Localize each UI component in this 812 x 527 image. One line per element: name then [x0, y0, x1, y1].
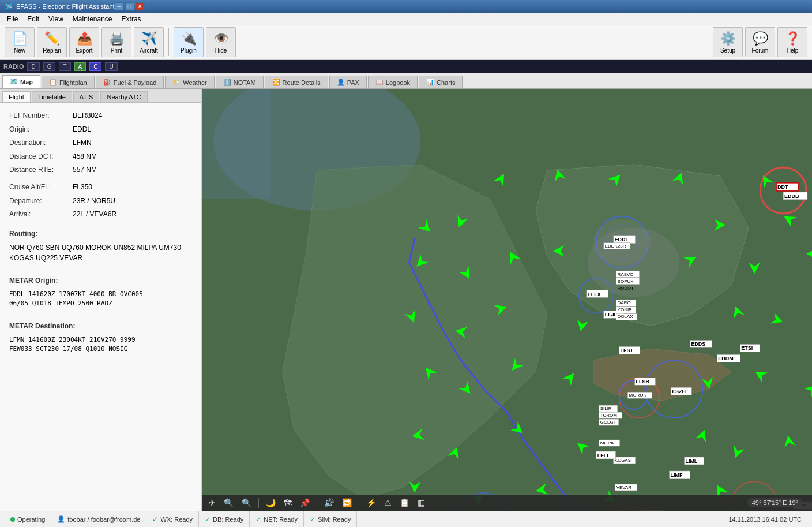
route-tab-label: Route Details	[283, 79, 321, 86]
map-tool-list[interactable]: 📋	[397, 497, 412, 509]
setup-button[interactable]: ⚙️ Setup	[713, 27, 743, 57]
replan-button[interactable]: ✏️ Replan	[37, 27, 67, 57]
radio-btn-u[interactable]: U	[105, 62, 117, 71]
tab-pax[interactable]: 👤 PAX	[329, 76, 367, 88]
map-tool-alert[interactable]: ⚠	[382, 497, 394, 509]
svg-text:DDT: DDT	[777, 184, 788, 190]
sim-label: SIM: Ready	[318, 516, 351, 523]
radio-btn-t[interactable]: T	[59, 62, 70, 71]
forum-button[interactable]: 💬 Forum	[745, 27, 775, 57]
svg-text:LFJL: LFJL	[605, 312, 618, 317]
setup-label: Setup	[720, 47, 735, 54]
arrival-label: Arrival:	[9, 208, 73, 221]
map-tool-night[interactable]: 🌙	[264, 497, 278, 509]
radio-btn-g[interactable]: G	[43, 62, 56, 71]
svg-text:LIMF: LIMF	[670, 472, 682, 478]
map-tool-zoom-in[interactable]: 🔍	[221, 497, 236, 509]
help-button[interactable]: ❓ Help	[777, 27, 807, 57]
maximize-button[interactable]: □	[125, 2, 134, 10]
origin-value: EDDL	[73, 124, 91, 136]
svg-text:LIML: LIML	[685, 458, 697, 464]
menu-maintenance[interactable]: Maintenance	[68, 14, 117, 24]
sub-tab-flight[interactable]: Flight	[2, 91, 31, 102]
menu-extras[interactable]: Extras	[117, 14, 146, 24]
weather-tab-label: Weather	[183, 79, 206, 86]
map-tool-sep-1	[258, 498, 259, 508]
svg-text:VEVAR: VEVAR	[616, 485, 632, 490]
menu-edit[interactable]: Edit	[22, 14, 44, 24]
radio-btn-c[interactable]: C	[89, 62, 102, 71]
new-label: New	[14, 47, 25, 54]
route-tab-icon: 🔀	[272, 79, 280, 86]
svg-text:LSZH: LSZH	[672, 388, 685, 394]
svg-text:EDDL: EDDL	[615, 237, 629, 242]
logbook-tab-label: Logbook	[386, 79, 410, 86]
svg-text:GOLGI: GOLGI	[600, 420, 615, 425]
origin-row: Origin: EDDL	[9, 124, 191, 136]
sub-tab-atis[interactable]: ATIS	[73, 91, 100, 102]
map-tool-refresh1[interactable]: 🔊	[322, 497, 336, 509]
hide-button[interactable]: 👁️ Hide	[206, 27, 236, 57]
svg-text:EDDK23R: EDDK23R	[605, 244, 626, 249]
tab-route[interactable]: 🔀 Route Details	[265, 76, 328, 88]
tab-fuel[interactable]: ⛽ Fuel & Payload	[96, 76, 164, 88]
user-icon: 👤	[57, 515, 65, 523]
plugin-button[interactable]: 🔌 Plugin	[174, 27, 204, 57]
print-button[interactable]: 🖨️ Print	[102, 27, 131, 57]
flightplan-tab-icon: 📋	[49, 79, 57, 86]
departure-value: 23R / NOR5U	[73, 195, 115, 208]
svg-text:TUROM: TUROM	[600, 413, 617, 418]
destination-label: Destination:	[9, 137, 73, 149]
tab-weather[interactable]: 🌤️ Weather	[165, 76, 214, 88]
tab-notam[interactable]: ℹ️ NOTAM	[216, 76, 264, 88]
sub-tab-nearby-atc[interactable]: Nearby ATC	[100, 91, 147, 102]
status-sim: ✓ SIM: Ready	[304, 511, 357, 527]
map-tool-aircraft[interactable]: ✈	[206, 497, 218, 509]
aircraft-button[interactable]: ✈️ Aircraft	[134, 27, 164, 57]
radio-btn-a[interactable]: A	[74, 62, 87, 71]
map-tool-grid[interactable]: ▦	[415, 497, 427, 509]
radio-btn-d[interactable]: D	[27, 62, 39, 71]
minimize-button[interactable]: ─	[115, 2, 124, 10]
tab-logbook[interactable]: 📖 Logbook	[368, 76, 418, 88]
map-tool-layer1[interactable]: 🗺	[281, 497, 294, 509]
flt-number-label: FLT Number:	[9, 110, 73, 122]
map-tool-refresh2[interactable]: 🔁	[340, 497, 354, 509]
status-datetime: 14.11.2013 16:41:02 UTC	[723, 511, 807, 527]
destination-value: LFMN	[73, 137, 92, 149]
svg-text:YONIB: YONIB	[618, 307, 632, 312]
tab-charts[interactable]: 📊 Charts	[419, 76, 463, 88]
metar-origin-section: METAR Origin: EDDL 141620Z 17007KT 4000 …	[9, 275, 191, 309]
map-area[interactable]: EDDL EDDK23R DDT EDDB ELLX LFJL LFST EDD…	[202, 89, 812, 511]
wx-icon: ✓	[152, 515, 158, 524]
new-button[interactable]: 📄 New	[5, 27, 35, 57]
radiobar: RADIO D G T A C U	[0, 60, 812, 73]
cruise-label: Cruise Alt/FL:	[9, 181, 73, 194]
map-tool-warning[interactable]: ⚡	[364, 497, 378, 509]
radio-label: RADIO	[3, 63, 24, 70]
distance-rte-label: Distance RTE:	[9, 164, 73, 177]
close-button[interactable]: ✕	[136, 2, 145, 10]
arrival-value: 22L / VEVA6R	[73, 208, 116, 221]
export-button[interactable]: 📤 Export	[69, 27, 99, 57]
sub-tab-timetable[interactable]: Timetable	[32, 91, 72, 102]
statusbar: Operating 👤 foobar / foobar@froom.de ✓ W…	[0, 511, 812, 527]
menu-view[interactable]: View	[44, 14, 68, 24]
map-tool-layer2[interactable]: 📌	[298, 497, 312, 509]
routing-value: NOR Q760 SBN UQ760 MOROK UN852 MILPA UM7…	[9, 242, 191, 263]
notam-tab-label: NOTAM	[234, 79, 256, 86]
titlebar: 🛩️ EFASS - Electronic Flight Assistant ─…	[0, 0, 812, 13]
toolbar-separator-1	[168, 28, 169, 56]
status-db: ✓ DB: Ready	[199, 511, 250, 527]
print-label: Print	[111, 47, 123, 54]
menu-file[interactable]: File	[2, 14, 22, 24]
weather-tab-icon: 🌤️	[172, 79, 181, 86]
svg-text:SOPUX: SOPUX	[618, 279, 634, 284]
pax-tab-label: PAX	[347, 79, 359, 86]
tab-flightplan[interactable]: 📋 Flightplan	[42, 76, 95, 88]
map-tool-zoom-out[interactable]: 🔍	[239, 497, 254, 509]
menubar: File Edit View Maintenance Extras	[0, 13, 812, 25]
tab-map[interactable]: 🗺️ Map	[2, 75, 40, 88]
aircraft-icon: ✈️	[141, 31, 157, 46]
logbook-tab-icon: 📖	[375, 79, 384, 86]
